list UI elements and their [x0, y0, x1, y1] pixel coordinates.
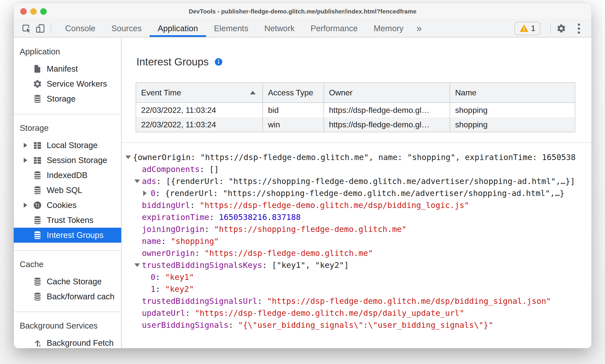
warning-icon — [520, 24, 529, 33]
section-title: Background Services — [14, 320, 121, 336]
sidebar-item-web-sql[interactable]: Web SQL — [14, 183, 121, 198]
sidebar-item-session-storage[interactable]: Session Storage — [14, 153, 121, 168]
table-icon — [33, 156, 42, 165]
info-icon[interactable] — [214, 57, 223, 66]
database-icon — [33, 185, 42, 195]
sidebar-item-background-fetch[interactable]: Background Fetch — [14, 336, 121, 348]
tab-network[interactable]: Network — [256, 20, 302, 37]
section-title: Storage — [14, 122, 121, 138]
cell-name: shopping — [450, 117, 575, 132]
section-title: Cache — [14, 259, 121, 274]
expand-arrow-icon[interactable] — [134, 263, 142, 267]
table-header-row: Event Time Access Type Owner Name — [136, 83, 575, 103]
tab-elements[interactable]: Elements — [206, 20, 257, 37]
tab-sources[interactable]: Sources — [103, 20, 150, 37]
expand-arrow-icon[interactable] — [134, 180, 142, 183]
expand-arrow-icon[interactable] — [125, 156, 133, 159]
database-icon — [33, 292, 42, 301]
sidebar-item-cache-storage[interactable]: Cache Storage — [14, 274, 121, 289]
toolbar-right: 1 — [515, 21, 583, 35]
minimize-button[interactable] — [30, 8, 37, 15]
titlebar: DevTools - publisher-fledge-demo.glitch.… — [14, 3, 592, 20]
page-title: Interest Groups — [136, 56, 592, 68]
cell-owner: https://dsp-fledge-demo.gl… — [324, 117, 450, 132]
column-header-owner[interactable]: Owner — [324, 83, 450, 103]
table-icon — [33, 141, 42, 150]
sidebar-item-back-forward-cache[interactable]: Back/forward cach — [14, 289, 121, 304]
panel-tabs: Console Sources Application Elements Net… — [57, 20, 427, 37]
inspect-element-icon[interactable] — [19, 21, 33, 35]
toolbar-divider — [550, 23, 551, 33]
tab-performance[interactable]: Performance — [302, 20, 366, 37]
sidebar-item-local-storage[interactable]: Local Storage — [14, 138, 121, 153]
tab-application[interactable]: Application — [150, 20, 206, 37]
tree-row[interactable]: joiningOrigin: "https://shopping-fledge-… — [122, 223, 592, 235]
toolbar-divider — [51, 23, 51, 33]
sidebar-item-indexeddb[interactable]: IndexedDB — [14, 168, 121, 183]
tree-row[interactable]: 1: "key2" — [122, 283, 592, 295]
section-title: Application — [14, 46, 121, 61]
settings-gear-icon[interactable] — [554, 21, 568, 35]
gear-icon — [33, 79, 42, 89]
tree-row[interactable]: trustedBiddingSignalsUrl: "https://dsp-f… — [122, 295, 592, 307]
tree-row[interactable]: ads: [{renderUrl: "https://shopping-fled… — [122, 175, 592, 187]
expand-arrow-icon[interactable] — [24, 158, 33, 163]
column-header-event-time[interactable]: Event Time — [136, 83, 263, 103]
devtools-window: DevTools - publisher-fledge-demo.glitch.… — [14, 3, 592, 348]
tree-row[interactable]: trustedBiddingSignalsKeys: ["key1", "key… — [122, 259, 592, 271]
database-icon — [33, 94, 42, 104]
column-header-name[interactable]: Name — [450, 83, 575, 103]
tree-row[interactable]: ownerOrigin: "https://dsp-fledge-demo.gl… — [122, 247, 592, 259]
tree-row[interactable]: 0: "key1" — [122, 271, 592, 283]
sort-ascending-icon — [250, 91, 256, 94]
more-tabs-button[interactable]: » — [411, 20, 427, 37]
interest-groups-table: Event Time Access Type Owner Name 22/03/… — [136, 82, 575, 132]
window-title: DevTools - publisher-fledge-demo.glitch.… — [189, 8, 416, 15]
tree-row[interactable]: biddingUrl: "https://dsp-fledge-demo.gli… — [122, 199, 592, 211]
application-sidebar: Application Manifest Service Workers Sto… — [14, 38, 122, 348]
cell-event-time: 22/03/2022, 11:03:24 — [136, 117, 263, 132]
document-icon — [33, 64, 42, 74]
cell-owner: https://dsp-fledge-demo.gl… — [324, 103, 450, 117]
cell-name: shopping — [450, 103, 575, 117]
database-icon — [33, 277, 42, 286]
sidebar-item-storage[interactable]: Storage — [14, 91, 121, 106]
zoom-button[interactable] — [40, 8, 47, 15]
tree-row[interactable]: 0: {renderUrl: "https://shopping-fledge-… — [122, 187, 592, 199]
fetch-up-arrow-icon — [33, 338, 42, 348]
tab-memory[interactable]: Memory — [366, 20, 411, 37]
tree-row[interactable]: updateUrl: "https://dsp-fledge-demo.glit… — [122, 307, 592, 319]
sidebar-item-cookies[interactable]: Cookies — [14, 198, 121, 213]
expand-arrow-icon[interactable] — [24, 143, 33, 148]
table-row[interactable]: 22/03/2022, 11:03:24 bid https://dsp-fle… — [136, 103, 575, 117]
close-button[interactable] — [20, 8, 27, 15]
expand-arrow-icon[interactable] — [24, 203, 33, 208]
device-toolbar-icon[interactable] — [33, 21, 47, 35]
table-row[interactable]: 22/03/2022, 11:03:24 win https://dsp-fle… — [136, 117, 575, 132]
tree-row[interactable]: expirationTime: 1650538216.837188 — [122, 211, 592, 223]
issues-badge[interactable]: 1 — [515, 22, 540, 35]
kebab-menu-icon[interactable] — [575, 22, 583, 35]
devtools-toolbar: Console Sources Application Elements Net… — [14, 20, 592, 37]
tree-row[interactable]: adComponents: [] — [122, 163, 592, 175]
sidebar-item-interest-groups[interactable]: Interest Groups — [14, 228, 121, 243]
database-icon — [33, 171, 42, 180]
tree-row[interactable]: userBiddingSignals: "{\"user_bidding_sig… — [122, 319, 592, 331]
sidebar-section-application: Application Manifest Service Workers Sto… — [14, 38, 121, 114]
sidebar-item-service-workers[interactable]: Service Workers — [14, 76, 121, 91]
collapse-arrow-icon[interactable] — [143, 190, 151, 196]
tab-console[interactable]: Console — [57, 20, 103, 37]
database-icon — [33, 215, 42, 225]
tree-row[interactable]: name: "shopping" — [122, 235, 592, 247]
database-icon — [33, 230, 42, 240]
sidebar-item-manifest[interactable]: Manifest — [14, 61, 121, 76]
cookie-icon — [33, 200, 42, 210]
interest-groups-panel: Interest Groups Event Time Access Type O… — [122, 38, 592, 348]
tree-row[interactable]: {ownerOrigin: "https://dsp-fledge-demo.g… — [122, 151, 592, 163]
cell-access-type: win — [263, 117, 324, 132]
sidebar-item-trust-tokens[interactable]: Trust Tokens — [14, 213, 121, 228]
column-header-access-type[interactable]: Access Type — [263, 83, 324, 103]
interest-group-details-tree: {ownerOrigin: "https://dsp-fledge-demo.g… — [122, 151, 592, 331]
cell-event-time: 22/03/2022, 11:03:24 — [136, 103, 263, 117]
cell-access-type: bid — [263, 103, 324, 117]
